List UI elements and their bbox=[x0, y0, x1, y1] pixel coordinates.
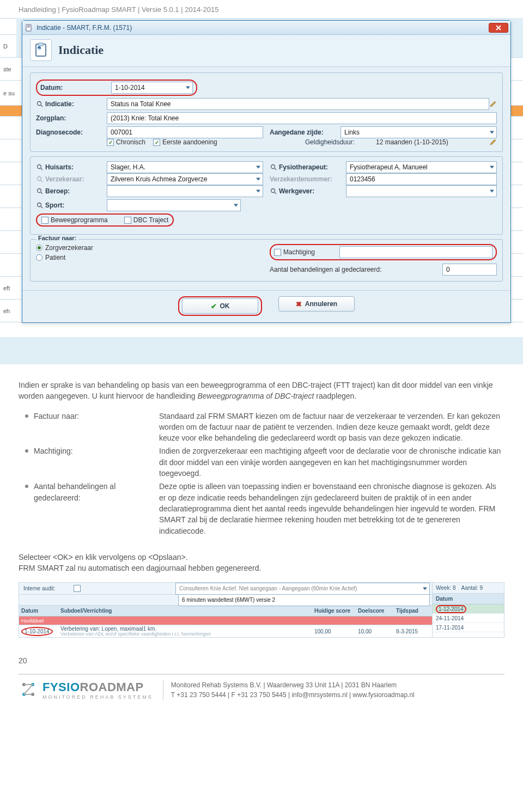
svg-point-10 bbox=[271, 165, 275, 169]
svg-rect-1 bbox=[27, 26, 30, 26]
label-datum: Datum: bbox=[40, 84, 111, 91]
svg-point-14 bbox=[38, 189, 41, 193]
paragraph-intro: Indien er sprake is van behandeling op b… bbox=[0, 370, 523, 405]
dialog-buttons: ✔ OK ✖ Annuleren bbox=[22, 290, 510, 322]
row-date: 1-10-2014 bbox=[21, 627, 53, 636]
diagnosecode-field[interactable]: 007001 bbox=[107, 126, 263, 138]
indicatie-field[interactable]: Status na Total Knee bbox=[107, 98, 489, 110]
logo-subtext: MONITORED REHAB SYSTEMS bbox=[42, 694, 153, 700]
footer-contact: Monitored Rehab Systems B.V. | Waarderwe… bbox=[163, 680, 415, 700]
check-icon: ✔ bbox=[211, 302, 217, 310]
legend-factuurnaar: Factuur naar: bbox=[36, 235, 78, 241]
verzekerdenr-field[interactable]: 0123456 bbox=[346, 173, 497, 185]
svg-point-16 bbox=[271, 189, 275, 193]
page-header: Handleiding | FysioRoadmap SMART | Versi… bbox=[0, 0, 523, 18]
beroep-combo[interactable] bbox=[107, 185, 263, 197]
bullet-aantal: Aantal behandelingen al gedeclareerd: De… bbox=[25, 481, 504, 536]
search-icon[interactable] bbox=[36, 163, 44, 171]
sport-combo[interactable] bbox=[107, 199, 241, 211]
ok-button[interactable]: ✔ OK bbox=[182, 298, 258, 314]
datum-field[interactable]: 1-10-2014 bbox=[111, 82, 193, 94]
window-title: Indicatie - SMART, F.R.M. (1571) bbox=[37, 24, 132, 32]
search-icon bbox=[36, 175, 44, 183]
svg-point-8 bbox=[38, 165, 41, 169]
dbc-checkbox[interactable]: DBC Traject bbox=[124, 216, 169, 224]
label-zorgplan: Zorgplan: bbox=[36, 114, 107, 122]
label-beroep: Beroep: bbox=[36, 187, 107, 195]
strip-header: Datum Subdoel/Verrichting Huidige score … bbox=[19, 606, 432, 616]
bullet-factuur: Factuur naar: Standaard zal FRM SMART ki… bbox=[25, 411, 504, 444]
clipboard-icon bbox=[30, 39, 52, 61]
logo-icon bbox=[19, 680, 38, 700]
bullet-list: Factuur naar: Standaard zal FRM SMART ki… bbox=[0, 405, 523, 542]
verzekeraar-combo[interactable]: Zilveren Kruis Achmea Zorgverze bbox=[107, 173, 263, 185]
machtiging-checkbox[interactable]: Machtiging bbox=[274, 248, 339, 256]
label-huisarts: Huisarts: bbox=[36, 163, 107, 171]
indicatie-dialog: Indicatie - SMART, F.R.M. (1571) Indicat… bbox=[22, 20, 511, 323]
svg-line-9 bbox=[41, 168, 42, 170]
label-diagnosecode: Diagnosecode: bbox=[36, 129, 107, 136]
paragraph-closing: Selecteer <OK> en klik vervolgens op <Op… bbox=[0, 542, 523, 577]
audit-checkbox[interactable] bbox=[74, 585, 81, 592]
dialog-screenshot: D ste e su eft eh Indicatie - SMART, F.R… bbox=[0, 18, 523, 364]
label-aangedane: Aangedane zijde: bbox=[270, 129, 340, 136]
werkgever-combo[interactable] bbox=[346, 185, 497, 197]
beweeg-checkbox[interactable]: Beweegprogramma bbox=[41, 216, 108, 224]
search-icon[interactable] bbox=[270, 187, 277, 195]
svg-point-18 bbox=[38, 203, 41, 207]
footer: FYSIOROADMAP MONITORED REHAB SYSTEMS Mon… bbox=[19, 674, 504, 700]
aantal-field[interactable]: 0 bbox=[442, 264, 497, 276]
journal-strip: Interne audit: Consulteren Knie Actief. … bbox=[19, 582, 504, 638]
cancel-icon: ✖ bbox=[296, 300, 302, 308]
chronisch-checkbox[interactable]: ✓Chronisch bbox=[107, 138, 145, 146]
radio-patient[interactable]: Patient bbox=[36, 254, 65, 261]
side-date[interactable]: 17-11-2014 bbox=[433, 623, 504, 632]
label-fysio: Fysiotherapeut: bbox=[270, 163, 346, 171]
search-icon[interactable] bbox=[270, 163, 277, 171]
eerste-checkbox[interactable]: ✓Eerste aandoening bbox=[153, 138, 217, 146]
machtiging-field[interactable] bbox=[339, 246, 492, 258]
close-button[interactable] bbox=[489, 23, 508, 33]
dialog-heading: Indicatie bbox=[58, 43, 104, 57]
search-icon[interactable] bbox=[36, 187, 44, 195]
side-panel: Week: 8 Aantal: 9 Datum 1-12-2014 24-11-… bbox=[432, 583, 504, 637]
page-number: 20 bbox=[0, 640, 523, 668]
svg-line-7 bbox=[41, 105, 42, 107]
label-verzekerdenr: Verzekerdenummer: bbox=[270, 175, 346, 183]
form-body: Datum: 1-10-2014 Indicatie: Status na To… bbox=[22, 67, 510, 290]
side-date[interactable]: 24-11-2014 bbox=[433, 614, 504, 623]
strip-row[interactable]: 1-10-2014 Verbetering van: Lopen, maxima… bbox=[19, 625, 432, 637]
strip-input[interactable]: 6 minuten wandeltest (6MWT) versie 2 bbox=[178, 594, 430, 606]
svg-line-17 bbox=[275, 192, 276, 194]
strip-band: Hoofddoel bbox=[19, 616, 432, 625]
radio-zorgverzekeraar[interactable]: Zorgverzekeraar bbox=[36, 244, 93, 252]
svg-rect-4 bbox=[38, 43, 44, 46]
svg-line-13 bbox=[41, 180, 42, 182]
label-indicatie: Indicatie: bbox=[36, 100, 107, 108]
huisarts-combo[interactable]: Slager, H.A. bbox=[107, 161, 263, 173]
aangedane-combo[interactable]: Links bbox=[340, 126, 497, 138]
svg-point-6 bbox=[38, 102, 41, 106]
annuleren-button[interactable]: ✖ Annuleren bbox=[278, 296, 355, 312]
strip-combo[interactable]: Consulteren Knie Actief. Niet aangegaan … bbox=[175, 583, 430, 595]
search-icon[interactable] bbox=[36, 100, 44, 108]
pencil-icon[interactable] bbox=[489, 100, 497, 108]
side-date-sel[interactable]: 1-12-2014 bbox=[433, 605, 504, 614]
label-geldigheid: Geldigheidsduur: bbox=[305, 138, 376, 146]
search-icon[interactable] bbox=[36, 202, 44, 209]
svg-line-11 bbox=[275, 168, 276, 170]
bullet-machtiging: Machtiging: Indien de zorgverzekeraar ee… bbox=[25, 445, 504, 479]
svg-line-19 bbox=[41, 206, 42, 208]
label-sport: Sport: bbox=[36, 202, 107, 209]
fysio-combo[interactable]: Fysiotherapeut A, Manueel bbox=[346, 161, 497, 173]
svg-rect-0 bbox=[26, 25, 31, 31]
pencil-icon[interactable] bbox=[489, 138, 497, 146]
label-aantal: Aantal behandelingen al gedeclareerd: bbox=[270, 266, 442, 273]
svg-rect-2 bbox=[27, 27, 30, 27]
zorgplan-field[interactable]: (2013) Knie: Total Knee bbox=[107, 112, 497, 124]
geldigheid-value: 12 maanden (1-10-2015) bbox=[376, 138, 489, 146]
logo-text: FYSIOROADMAP bbox=[42, 680, 153, 694]
titlebar: Indicatie - SMART, F.R.M. (1571) bbox=[22, 21, 510, 35]
dialog-header: Indicatie bbox=[22, 35, 510, 67]
label-verzekeraar: Verzekeraar: bbox=[36, 175, 107, 183]
